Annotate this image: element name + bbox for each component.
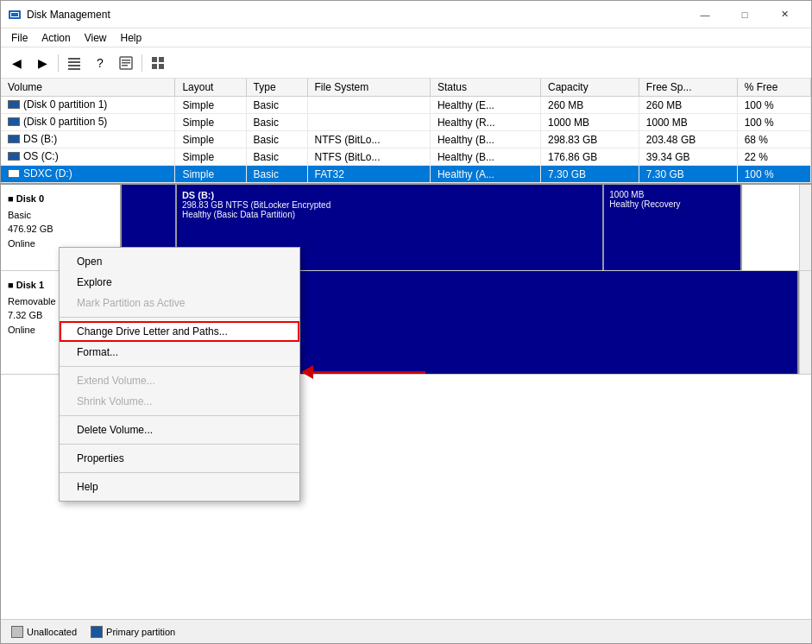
disk-scrollbar[interactable] bbox=[799, 185, 811, 270]
cell-status: Healthy (R... bbox=[430, 114, 540, 131]
col-pct[interactable]: % Free bbox=[737, 79, 810, 97]
svg-rect-11 bbox=[152, 57, 157, 62]
arrow-head bbox=[301, 365, 313, 379]
volume-icon-group: (Disk 0 partition 5) bbox=[8, 116, 107, 128]
unallocated-swatch bbox=[11, 626, 23, 638]
cell-type: Basic bbox=[246, 131, 307, 148]
col-layout[interactable]: Layout bbox=[175, 79, 246, 97]
cell-free: 203.48 GB bbox=[639, 131, 737, 148]
volume-icon-group: SDXC (D:) bbox=[8, 167, 72, 180]
col-fs[interactable]: File System bbox=[307, 79, 430, 97]
table-row[interactable]: (Disk 0 partition 1) Simple Basic Health… bbox=[1, 97, 811, 114]
cell-free: 260 MB bbox=[639, 97, 737, 114]
volume-icon bbox=[8, 117, 20, 126]
context-menu-item-help[interactable]: Help bbox=[60, 477, 299, 497]
cell-capacity: 1000 MB bbox=[541, 114, 639, 131]
svg-rect-12 bbox=[159, 57, 164, 62]
cell-status: Healthy (E... bbox=[430, 97, 540, 114]
cell-pct: 100 % bbox=[737, 114, 810, 131]
legend-primary-label: Primary partition bbox=[106, 627, 175, 637]
menu-action[interactable]: Action bbox=[35, 30, 77, 46]
back-button[interactable]: ◀ bbox=[4, 51, 28, 75]
context-menu-separator bbox=[60, 472, 299, 473]
cell-free: 1000 MB bbox=[639, 114, 737, 131]
context-menu-item-properties[interactable]: Properties bbox=[60, 448, 299, 469]
disk1-size: 7.32 GB bbox=[8, 310, 42, 320]
app-icon bbox=[8, 8, 22, 22]
volume-table: Volume Layout Type File System Status Ca… bbox=[1, 79, 811, 183]
cell-status: Healthy (B... bbox=[430, 131, 540, 148]
minimize-button[interactable]: — bbox=[685, 1, 725, 28]
cell-layout: Simple bbox=[175, 131, 246, 148]
context-menu-separator bbox=[60, 317, 299, 318]
volume-icon bbox=[8, 135, 20, 143]
menu-bar: File Action View Help bbox=[1, 28, 811, 47]
svg-rect-9 bbox=[122, 62, 130, 64]
cell-capacity: 176.86 GB bbox=[541, 148, 639, 166]
context-menu-item-delete-volume[interactable]: Delete Volume... bbox=[60, 420, 299, 440]
menu-help[interactable]: Help bbox=[114, 30, 149, 46]
volume-icon bbox=[8, 100, 20, 109]
context-menu: OpenExploreMark Partition as ActiveChang… bbox=[59, 247, 300, 502]
cell-volume: OS (C:) bbox=[1, 148, 175, 166]
context-menu-separator bbox=[60, 415, 299, 416]
disk0-part2-detail: 298.83 GB NTFS (BitLocker EncryptedHealt… bbox=[182, 200, 597, 219]
cell-capacity: 298.83 GB bbox=[541, 131, 639, 148]
col-type[interactable]: Type bbox=[246, 79, 307, 97]
col-volume[interactable]: Volume bbox=[1, 79, 175, 97]
snap-button[interactable] bbox=[146, 51, 170, 75]
col-status[interactable]: Status bbox=[430, 79, 540, 97]
legend-primary: Primary partition bbox=[91, 626, 175, 638]
context-menu-item-shrink-volume: Shrink Volume... bbox=[60, 391, 299, 412]
context-menu-item-mark-partition-as-active: Mark Partition as Active bbox=[60, 293, 299, 313]
cell-pct: 22 % bbox=[737, 148, 810, 166]
disk-management-window: Disk Management — □ ✕ File Action View H… bbox=[0, 0, 812, 644]
disk0-size: 476.92 GB bbox=[8, 224, 54, 234]
context-menu-item-format[interactable]: Format... bbox=[60, 342, 299, 363]
table-row[interactable]: SDXC (D:) Simple Basic FAT32 Healthy (A.… bbox=[1, 166, 811, 183]
legend-bar: Unallocated Primary partition bbox=[1, 619, 811, 643]
maximize-button[interactable]: □ bbox=[725, 1, 765, 28]
volume-icon-group: DS (B:) bbox=[8, 133, 57, 145]
disk0-status: Online bbox=[8, 238, 35, 249]
close-button[interactable]: ✕ bbox=[765, 1, 804, 28]
context-menu-separator bbox=[60, 366, 299, 367]
window-controls: — □ ✕ bbox=[685, 1, 804, 28]
cell-type: Basic bbox=[246, 114, 307, 131]
legend-unallocated: Unallocated bbox=[11, 626, 77, 638]
cell-free: 7.30 GB bbox=[639, 166, 737, 183]
toolbar-separator-1 bbox=[58, 54, 59, 72]
title-bar: Disk Management — □ ✕ bbox=[1, 1, 811, 28]
arrow-line bbox=[313, 371, 425, 374]
volume-icon bbox=[8, 169, 20, 178]
properties-button[interactable] bbox=[114, 51, 138, 75]
volume-icon-group: OS (C:) bbox=[8, 150, 59, 162]
context-menu-item-explore[interactable]: Explore bbox=[60, 272, 299, 293]
col-free[interactable]: Free Sp... bbox=[639, 79, 737, 97]
table-row[interactable]: (Disk 0 partition 5) Simple Basic Health… bbox=[1, 114, 811, 131]
toolbar: ◀ ▶ ? bbox=[1, 47, 811, 79]
cell-capacity: 7.30 GB bbox=[541, 166, 639, 183]
col-capacity[interactable]: Capacity bbox=[541, 79, 639, 97]
cell-status: Healthy (B... bbox=[430, 148, 540, 166]
table-row[interactable]: OS (C:) Simple Basic NTFS (BitLo... Heal… bbox=[1, 148, 811, 166]
menu-file[interactable]: File bbox=[4, 30, 35, 46]
list-view-button[interactable] bbox=[62, 51, 86, 75]
svg-rect-5 bbox=[68, 65, 80, 66]
disk1-scrollbar[interactable] bbox=[799, 271, 811, 374]
context-menu-item-change-drive-letter-and-paths[interactable]: Change Drive Letter and Paths... bbox=[60, 321, 299, 342]
cell-fs: NTFS (BitLo... bbox=[307, 131, 430, 148]
help-button[interactable]: ? bbox=[88, 51, 112, 75]
cell-pct: 100 % bbox=[737, 166, 810, 183]
main-content: Volume Layout Type File System Status Ca… bbox=[1, 79, 811, 643]
volume-icon-group: (Disk 0 partition 1) bbox=[8, 98, 107, 110]
menu-view[interactable]: View bbox=[78, 30, 114, 46]
svg-rect-6 bbox=[68, 68, 80, 70]
disk0-part3[interactable]: 1000 MBHealthy (Recovery bbox=[604, 185, 742, 270]
disk0-type: Basic bbox=[8, 210, 31, 220]
cell-fs bbox=[307, 114, 430, 131]
forward-button[interactable]: ▶ bbox=[30, 51, 54, 75]
svg-rect-14 bbox=[159, 64, 164, 69]
context-menu-item-open[interactable]: Open bbox=[60, 251, 299, 272]
table-row[interactable]: DS (B:) Simple Basic NTFS (BitLo... Heal… bbox=[1, 131, 811, 148]
